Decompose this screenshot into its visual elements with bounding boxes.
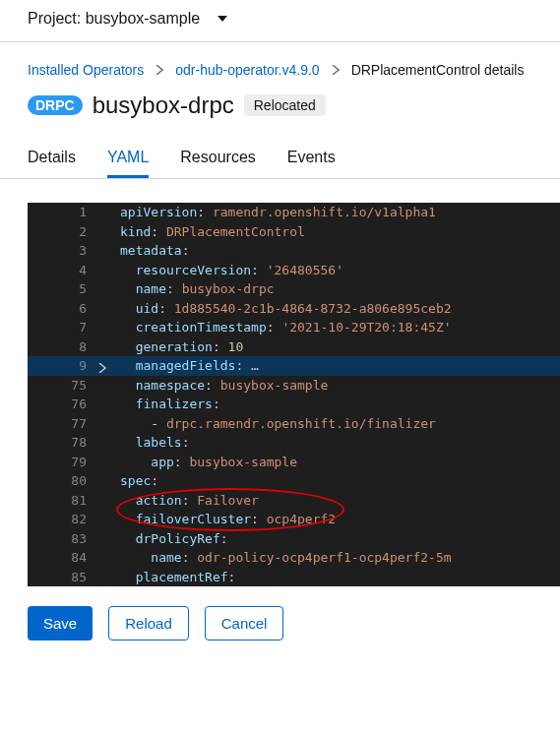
- chevron-right-icon[interactable]: [98, 359, 106, 379]
- line-number: 8: [28, 337, 96, 357]
- tab-bar: Details YAML Resources Events: [0, 139, 560, 179]
- code-content: generation: 10: [96, 337, 560, 357]
- line-number: 2: [28, 222, 96, 242]
- editor-line[interactable]: 83 drPolicyRef:: [28, 529, 560, 549]
- page-title: busybox-drpc: [93, 92, 234, 119]
- reload-button[interactable]: Reload: [108, 606, 189, 640]
- code-content: resourceVersion: '26480556': [96, 261, 560, 280]
- code-content: spec:: [96, 471, 560, 491]
- tab-details[interactable]: Details: [28, 139, 76, 178]
- action-bar: Save Reload Cancel: [0, 586, 560, 660]
- editor-line[interactable]: 5 name: busybox-drpc: [28, 279, 560, 299]
- tab-events[interactable]: Events: [287, 139, 336, 178]
- editor-line[interactable]: 78 labels:: [28, 433, 560, 453]
- line-number: 81: [28, 491, 96, 511]
- chevron-right-icon: [156, 62, 163, 78]
- editor-line[interactable]: 1apiVersion: ramendr.openshift.io/v1alph…: [28, 203, 560, 222]
- status-badge: Relocated: [244, 94, 326, 116]
- project-label: Project: busybox-sample: [28, 10, 200, 28]
- line-number: 5: [28, 279, 96, 299]
- editor-line[interactable]: 9 managedFields: …: [28, 356, 560, 376]
- breadcrumb-link-installed-operators[interactable]: Installed Operators: [28, 62, 144, 78]
- editor-line[interactable]: 82 failoverCluster: ocp4perf2: [28, 510, 560, 529]
- breadcrumb-link-operator-version[interactable]: odr-hub-operator.v4.9.0: [175, 62, 319, 78]
- editor-line[interactable]: 3metadata:: [28, 241, 560, 261]
- chevron-right-icon: [332, 62, 340, 78]
- editor-line[interactable]: 76 finalizers:: [28, 395, 560, 414]
- line-number: 80: [28, 471, 96, 491]
- code-content: kind: DRPlacementControl: [96, 222, 560, 242]
- editor-line[interactable]: 84 name: odr-policy-ocp4perf1-ocp4perf2-…: [28, 548, 560, 568]
- code-content: namespace: busybox-sample: [96, 376, 560, 396]
- yaml-editor[interactable]: 1apiVersion: ramendr.openshift.io/v1alph…: [28, 203, 560, 586]
- line-number: 9: [28, 356, 96, 376]
- line-number: 85: [28, 568, 96, 587]
- code-content: action: Failover: [96, 491, 560, 511]
- editor-line[interactable]: 6 uid: 1d885540-2c1b-4864-8732-a806e895c…: [28, 299, 560, 319]
- editor-line[interactable]: 81 action: Failover: [28, 491, 560, 511]
- code-content: labels:: [96, 433, 560, 453]
- code-content: app: busybox-sample: [96, 453, 560, 472]
- line-number: 7: [28, 318, 96, 337]
- line-number: 79: [28, 453, 96, 472]
- editor-line[interactable]: 75 namespace: busybox-sample: [28, 376, 560, 396]
- editor-line[interactable]: 8 generation: 10: [28, 337, 560, 357]
- editor-line[interactable]: 7 creationTimestamp: '2021-10-29T20:18:4…: [28, 318, 560, 337]
- code-content: name: odr-policy-ocp4perf1-ocp4perf2-5m: [96, 548, 560, 568]
- breadcrumb-current: DRPlacementControl details: [351, 62, 525, 78]
- line-number: 75: [28, 376, 96, 396]
- tab-yaml[interactable]: YAML: [107, 139, 149, 178]
- line-number: 6: [28, 299, 96, 319]
- kind-badge: DRPC: [28, 95, 83, 115]
- line-number: 82: [28, 510, 96, 529]
- line-number: 4: [28, 261, 96, 280]
- code-content: drPolicyRef:: [96, 529, 560, 549]
- code-content: uid: 1d885540-2c1b-4864-8732-a806e895ceb…: [96, 299, 560, 319]
- line-number: 1: [28, 203, 96, 222]
- code-content: failoverCluster: ocp4perf2: [96, 510, 560, 529]
- line-number: 77: [28, 414, 96, 434]
- code-content: creationTimestamp: '2021-10-29T20:18:45Z…: [96, 318, 560, 337]
- editor-line[interactable]: 80spec:: [28, 471, 560, 491]
- line-number: 3: [28, 241, 96, 261]
- code-content: placementRef:: [96, 568, 560, 587]
- caret-down-icon: [218, 11, 227, 27]
- tab-resources[interactable]: Resources: [180, 139, 255, 178]
- code-content: name: busybox-drpc: [96, 279, 560, 299]
- line-number: 83: [28, 529, 96, 549]
- code-content: finalizers:: [96, 395, 560, 414]
- cancel-button[interactable]: Cancel: [205, 606, 284, 640]
- code-content: managedFields: …: [96, 356, 560, 376]
- line-number: 76: [28, 395, 96, 414]
- editor-line[interactable]: 4 resourceVersion: '26480556': [28, 261, 560, 280]
- editor-line[interactable]: 2kind: DRPlacementControl: [28, 222, 560, 242]
- code-content: - drpc.ramendr.openshift.io/finalizer: [96, 414, 560, 434]
- save-button[interactable]: Save: [28, 606, 93, 640]
- project-selector[interactable]: Project: busybox-sample: [0, 0, 560, 42]
- code-content: metadata:: [96, 241, 560, 261]
- line-number: 84: [28, 548, 96, 568]
- editor-line[interactable]: 77 - drpc.ramendr.openshift.io/finalizer: [28, 414, 560, 434]
- breadcrumb: Installed Operators odr-hub-operator.v4.…: [0, 42, 560, 90]
- code-content: apiVersion: ramendr.openshift.io/v1alpha…: [96, 203, 560, 222]
- line-number: 78: [28, 433, 96, 453]
- editor-line[interactable]: 79 app: busybox-sample: [28, 453, 560, 472]
- resource-header: DRPC busybox-drpc Relocated: [0, 90, 560, 139]
- editor-line[interactable]: 85 placementRef:: [28, 568, 560, 587]
